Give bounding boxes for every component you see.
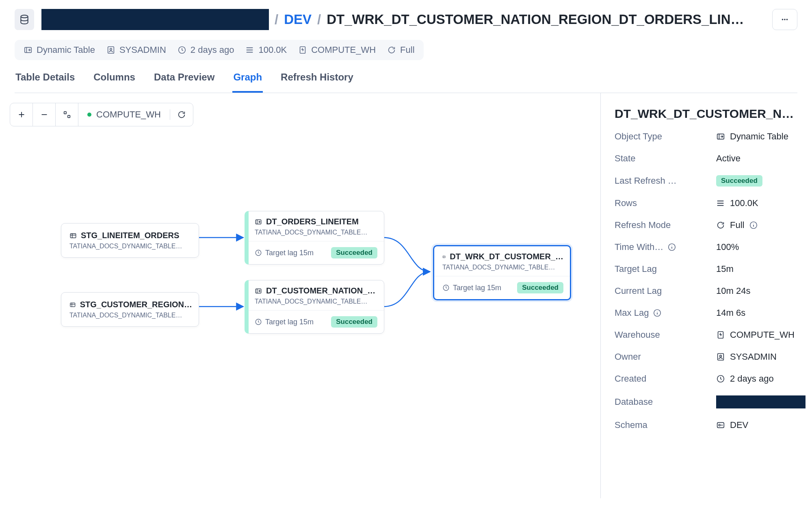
value-created-text: 2 days ago: [730, 374, 774, 384]
value-owner-text: SYSADMIN: [730, 352, 777, 362]
breadcrumb-database-redacted[interactable]: [41, 9, 269, 30]
node-accent: [245, 280, 249, 334]
value-object-type-text: Dynamic Table: [730, 131, 788, 142]
summary-refresh-mode: Full: [387, 45, 414, 55]
status-badge: Succeeded: [331, 316, 377, 328]
value-object-type: Dynamic Table: [716, 131, 806, 142]
breadcrumb-separator: /: [275, 12, 278, 27]
tab-table-details[interactable]: Table Details: [15, 72, 76, 93]
node-subtitle: TATIANA_DOCS_DYNAMIC_TABLE…: [69, 312, 192, 319]
value-time-within: 100%: [716, 242, 806, 252]
node-lag: Target lag 15m: [265, 318, 314, 326]
schema-icon: [716, 421, 725, 430]
label-refresh-mode: Refresh Mode: [615, 220, 716, 230]
value-schema[interactable]: DEV: [716, 420, 806, 430]
dynamic-table-icon: [255, 287, 262, 295]
label-object-type: Object Type: [615, 131, 716, 142]
database-chip[interactable]: [15, 9, 34, 30]
graph-node-stg-customer-region[interactable]: STG_CUSTOMER_REGION… TATIANA_DOCS_DYNAMI…: [61, 292, 199, 327]
node-lag: Target lag 15m: [453, 284, 501, 292]
value-current-lag: 10m 24s: [716, 286, 806, 296]
value-schema-text: DEV: [730, 420, 748, 430]
graph-node-dt-customer-nation[interactable]: DT_CUSTOMER_NATION_… TATIANA_DOCS_DYNAMI…: [246, 280, 384, 334]
summary-refresh-mode-text: Full: [400, 45, 414, 55]
value-max-lag: 14m 6s: [716, 308, 806, 318]
status-badge: Succeeded: [517, 282, 563, 293]
value-target-lag: 15m: [716, 264, 806, 274]
breadcrumb-schema-link[interactable]: DEV: [284, 12, 312, 27]
page-header: / DEV / DT_WRK_DT_CUSTOMER_NATION_REGION…: [0, 0, 812, 34]
table-icon: [69, 301, 76, 308]
summary-created-text: 2 days ago: [191, 45, 234, 55]
summary-type: Dynamic Table: [24, 45, 95, 55]
summary-warehouse: COMPUTE_WH: [298, 45, 376, 55]
refresh-icon: [387, 46, 396, 54]
panel-title: DT_WRK_DT_CUSTOMER_NATI…: [615, 107, 798, 121]
value-state: Active: [716, 153, 806, 164]
node-accent: [245, 211, 249, 265]
database-icon: [19, 14, 30, 25]
warehouse-icon: [716, 330, 725, 339]
graph-canvas[interactable]: COMPUTE_WH STG_LINEITEM_ORDERS T: [0, 93, 601, 498]
graph-node-dt-orders-lineitem[interactable]: DT_ORDERS_LINEITEM TATIANA_DOCS_DYNAMIC_…: [246, 211, 384, 265]
node-title: DT_WRK_DT_CUSTOMER_…: [450, 252, 563, 261]
label-database: Database: [615, 397, 716, 407]
more-actions-button[interactable]: [772, 9, 797, 30]
label-state: State: [615, 153, 716, 164]
graph-node-stg-lineitem-orders[interactable]: STG_LINEITEM_ORDERS TATIANA_DOCS_DYNAMIC…: [61, 223, 199, 258]
value-rows: 100.0K: [716, 198, 806, 208]
value-last-refresh: Succeeded: [716, 175, 806, 187]
value-created: 2 days ago: [716, 374, 806, 384]
node-title: STG_CUSTOMER_REGION…: [80, 300, 192, 309]
object-summary-pill: Dynamic Table SYSADMIN 2 days ago 100.0K…: [15, 40, 424, 60]
node-subtitle: TATIANA_DOCS_DYNAMIC_TABLE…: [69, 243, 192, 250]
summary-rows-text: 100.0K: [258, 45, 287, 55]
label-warehouse: Warehouse: [615, 330, 716, 340]
label-max-lag: Max Lag: [615, 308, 716, 318]
label-schema: Schema: [615, 420, 716, 430]
warehouse-icon: [298, 46, 307, 54]
clock-icon: [442, 284, 450, 291]
label-max-lag-text: Max Lag: [615, 308, 649, 318]
summary-type-text: Dynamic Table: [37, 45, 95, 55]
clock-icon: [255, 249, 262, 256]
tab-refresh-history[interactable]: Refresh History: [280, 72, 354, 93]
details-panel: DT_WRK_DT_CUSTOMER_NATI… Object Type Dyn…: [601, 93, 812, 498]
summary-owner: SYSADMIN: [106, 45, 166, 55]
node-subtitle: TATIANA_DOCS_DYNAMIC_TABLE…: [255, 298, 377, 305]
refresh-icon: [716, 221, 725, 230]
value-owner: SYSADMIN: [716, 352, 806, 362]
clock-icon: [255, 318, 262, 326]
graph-node-dt-wrk-customer[interactable]: DT_WRK_DT_CUSTOMER_… TATIANA_DOCS_DYNAMI…: [433, 245, 571, 300]
label-last-refresh: Last Refresh …: [615, 176, 716, 186]
value-rows-text: 100.0K: [730, 198, 758, 208]
tabs: Table Details Columns Data Preview Graph…: [15, 72, 797, 93]
info-icon[interactable]: [653, 308, 662, 317]
table-icon: [69, 232, 77, 239]
status-badge: Succeeded: [331, 247, 377, 258]
dynamic-table-icon: [442, 253, 446, 261]
label-time-within: Time With…: [615, 242, 716, 252]
node-title: DT_CUSTOMER_NATION_…: [266, 286, 375, 295]
breadcrumb: / DEV / DT_WRK_DT_CUSTOMER_NATION_REGION…: [41, 9, 765, 30]
clock-icon: [178, 46, 186, 54]
breadcrumb-separator: /: [317, 12, 321, 27]
value-warehouse: COMPUTE_WH: [716, 330, 806, 340]
more-icon: [780, 15, 789, 24]
summary-rows: 100.0K: [245, 45, 287, 55]
label-time-within-text: Time With…: [615, 242, 663, 252]
tab-columns[interactable]: Columns: [93, 72, 136, 93]
value-database[interactable]: [716, 395, 806, 408]
info-icon[interactable]: [749, 221, 758, 230]
status-badge: Succeeded: [716, 175, 762, 187]
dynamic-table-icon: [716, 132, 725, 141]
label-current-lag: Current Lag: [615, 286, 716, 296]
info-icon[interactable]: [667, 243, 676, 252]
summary-owner-text: SYSADMIN: [119, 45, 166, 55]
value-refresh-mode: Full: [716, 220, 806, 230]
tab-data-preview[interactable]: Data Preview: [153, 72, 215, 93]
value-refresh-mode-text: Full: [730, 220, 744, 230]
tab-graph[interactable]: Graph: [232, 72, 263, 93]
label-rows: Rows: [615, 198, 716, 208]
owner-icon: [106, 46, 115, 54]
